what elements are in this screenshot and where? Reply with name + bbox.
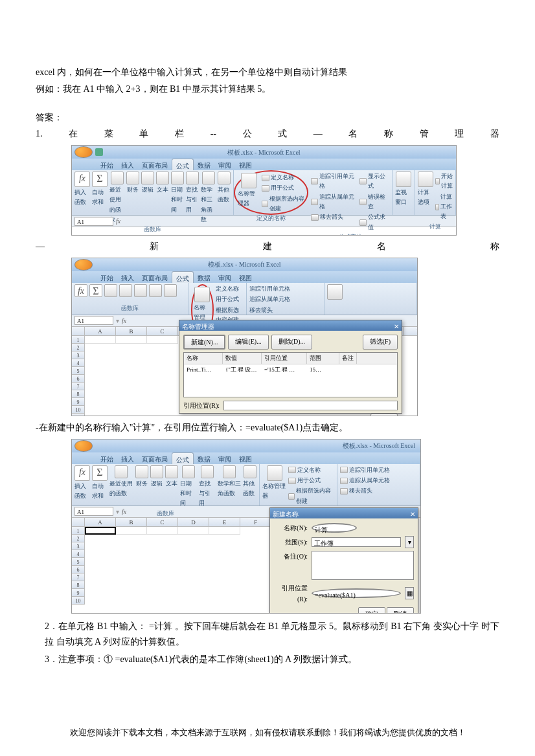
- intro-line-2: 例如：我在 A1 中输入 2+3，则在 B1 中显示其计算结果 5。: [36, 82, 499, 97]
- tab-formulas[interactable]: 公式: [172, 271, 194, 283]
- answer-label: 答案：: [36, 110, 499, 126]
- tab-review[interactable]: 审阅: [214, 159, 235, 170]
- screenshot-new-name: 模板.xlsx - Microsoft Excel 开始插入页面布局公式数据审阅…: [71, 439, 421, 614]
- screenshot-ribbon: 模板.xlsx - Microsoft Excel 开始 插入 页面布局 公式 …: [71, 145, 457, 236]
- ribbon-group-audit: 追踪引用单元格 追踪从属单元格 移去箭头 显示公式 错误检查 公式求值 公式审核: [308, 170, 393, 215]
- show-formulas-button[interactable]: 显示公式: [359, 172, 389, 192]
- scope-select[interactable]: 工作簿: [312, 537, 401, 547]
- text-button[interactable]: 文本: [156, 172, 169, 195]
- calc-now-button[interactable]: 开始计算: [435, 172, 453, 192]
- range-picker-icon[interactable]: ▦: [405, 587, 414, 599]
- name-box[interactable]: A1: [74, 217, 113, 226]
- ribbon-tabs: 开始 插入 页面布局 公式 数据 审阅 视图: [72, 159, 456, 170]
- name-manager-dialog: 名称管理器✕ 新建(N)... 编辑(E)... 删除(D)... 筛选(F) …: [179, 320, 402, 414]
- intro-line-1: excel 内，如何在一个单位格中输入计算式，在另一个单位格中则自动计算结果: [36, 65, 499, 80]
- error-check-button[interactable]: 错误检查: [359, 192, 389, 212]
- new-name-button[interactable]: 新建(N)...: [183, 335, 225, 350]
- qat-save-icon[interactable]: [95, 148, 103, 156]
- office-button-icon[interactable]: [74, 146, 93, 158]
- math-button[interactable]: 数学和三角函数: [201, 172, 216, 225]
- footer-note: 欢迎您阅读并下载本文档，本文档来源于互联网，如有侵权请联系删除！我们将竭诚为您提…: [36, 726, 499, 740]
- screenshot-name-manager: 模板.xlsx - Microsoft Excel 开始插入页面布局公式数据审阅…: [71, 258, 418, 416]
- ribbon-group-calc: 计算选项 开始计算 计算工作表 计算: [415, 170, 456, 215]
- calc-sheet-button[interactable]: 计算工作表: [435, 192, 453, 222]
- tab-home[interactable]: 开始: [97, 159, 117, 170]
- name-list[interactable]: 名称数值引用位置范围备注 Print_Ti…{"工 程 设…='15工 程 …1…: [183, 352, 398, 397]
- office-button-icon[interactable]: [74, 440, 93, 452]
- ok-button[interactable]: 确定: [358, 607, 385, 614]
- name-manager-button[interactable]: 名称管理器: [262, 465, 286, 502]
- lookup-button[interactable]: 查找与引用: [186, 172, 199, 215]
- create-selection-button[interactable]: 根据所选内容创建: [262, 194, 304, 214]
- step-1c: -在新建中的名称行输入"计算"，在引用位置行输入：=evaluate($A1)点…: [36, 420, 499, 436]
- step-1b-line: —新建名称: [36, 239, 499, 254]
- reference-input[interactable]: =evaluate($A1): [312, 588, 401, 598]
- new-name-dialog: 新建名称✕ 名称(N):计算 范围(S):工作簿▾ 备注(O): 引用位置(R)…: [269, 507, 418, 614]
- ref-input[interactable]: [223, 401, 398, 410]
- step-3: 3．注意事项：① =evaluate($A1)代表的是本工作簿(sheet1)的…: [45, 652, 499, 667]
- tab-formulas[interactable]: 公式: [172, 452, 194, 464]
- close-icon[interactable]: ✕: [410, 509, 415, 518]
- edit-name-button[interactable]: 编辑(E)...: [228, 335, 268, 350]
- step-1-line: 1. 在菜单栏--公式—名称管理器: [36, 126, 499, 142]
- ribbon: fx插入函数 Σ自动求和 最近使用的函数 财务 逻辑 文本 日期和时间 查找与引…: [72, 170, 456, 216]
- fx-icon[interactable]: fx: [116, 216, 120, 227]
- autosum-button[interactable]: Σ自动求和: [92, 172, 108, 208]
- financial-button[interactable]: 财务: [126, 172, 139, 195]
- ribbon-group-names: 名称管理器 定义名称 用于公式 根据所选内容创建 定义的名称: [234, 170, 308, 215]
- tab-data[interactable]: 数据: [194, 159, 214, 170]
- name-box[interactable]: A1: [74, 507, 113, 516]
- name-manager-button[interactable]: 名称管理器: [238, 173, 260, 209]
- calc-options-button[interactable]: 计算选项: [418, 172, 433, 208]
- cancel-button[interactable]: 取消: [387, 607, 414, 614]
- evaluate-button[interactable]: 公式求值: [359, 212, 389, 232]
- trace-dependents-button[interactable]: 追踪从属单元格: [311, 192, 358, 212]
- tab-view[interactable]: 视图: [235, 159, 256, 170]
- comment-input[interactable]: [312, 551, 414, 580]
- office-button-icon[interactable]: [74, 259, 93, 271]
- ribbon-group-library: fx插入函数 Σ自动求和 最近使用的函数 财务 逻辑 文本 日期和时间 查找与引…: [72, 170, 234, 215]
- tab-layout[interactable]: 页面布局: [138, 159, 172, 170]
- watch-window-button[interactable]: 监视窗口: [395, 172, 412, 208]
- name-input[interactable]: 计算: [312, 523, 357, 533]
- define-name-button[interactable]: 定义名称: [262, 173, 304, 183]
- datetime-button[interactable]: 日期和时间: [171, 172, 184, 215]
- insert-function-button[interactable]: fx插入函数: [74, 172, 90, 208]
- tab-formulas[interactable]: 公式: [172, 159, 194, 170]
- close-icon[interactable]: ✕: [394, 321, 399, 330]
- step-2: 2．在单元格 B1 中输入： =计算 。按下回车键后就会在 B1 单元格显示 5…: [45, 619, 499, 650]
- logical-button[interactable]: 逻辑: [141, 172, 154, 195]
- remove-arrows-button[interactable]: 移去箭头: [311, 212, 358, 222]
- window-title: 模板.xlsx - Microsoft Excel: [227, 147, 300, 158]
- title-bar: 模板.xlsx - Microsoft Excel: [72, 146, 456, 159]
- tab-insert[interactable]: 插入: [117, 159, 138, 170]
- filter-button[interactable]: 筛选(F): [363, 335, 398, 350]
- ribbon-group-watch: 监视窗口: [393, 170, 415, 215]
- more-button[interactable]: 其他函数: [218, 172, 231, 205]
- delete-name-button[interactable]: 删除(D)...: [271, 335, 312, 350]
- name-box[interactable]: A1: [74, 316, 113, 325]
- trace-precedents-button[interactable]: 追踪引用单元格: [311, 172, 358, 192]
- use-formula-button[interactable]: 用于公式: [262, 183, 304, 193]
